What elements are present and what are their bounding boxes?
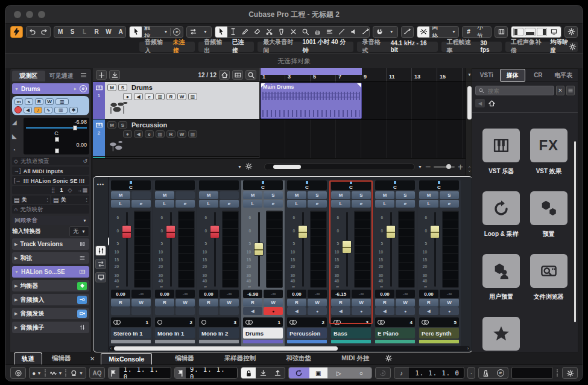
channel-name[interactable]: Stereo In 1: [111, 328, 151, 339]
erase-tool[interactable]: [251, 26, 264, 38]
read-automation-button[interactable]: R: [155, 299, 174, 307]
snap-toggle[interactable]: [417, 26, 429, 38]
edit-channel-button[interactable]: e: [264, 200, 283, 208]
edit-channel-button[interactable]: e: [145, 93, 154, 100]
lower-zone-tab[interactable]: 采样器控制: [217, 352, 264, 364]
punch-out-button[interactable]: [270, 367, 285, 379]
mixer-channel-strip[interactable]: C M S L e 6051015203040∞ 0.00 -∞ R W ◀ ●…: [285, 180, 329, 346]
import-track-button[interactable]: [109, 70, 120, 80]
read-automation-button[interactable]: R: [111, 299, 130, 307]
monitor-button[interactable]: ◀: [375, 307, 394, 315]
transport-setup-gear-icon[interactable]: [563, 367, 577, 379]
ramp-button[interactable]: ∿: [44, 107, 52, 113]
monitor-button[interactable]: ◀: [111, 307, 130, 315]
section-icon[interactable]: [77, 254, 87, 262]
volume-fader[interactable]: [163, 209, 178, 289]
listen-button[interactable]: L: [243, 200, 262, 208]
fx-icon[interactable]: FX: [530, 129, 567, 162]
auto-quantize-button[interactable]: AQ: [90, 367, 104, 379]
inspector-section[interactable]: ▶ 和弦: [12, 252, 89, 264]
mixer-channel-strip[interactable]: C M S L e 6051015203040∞ 0.00 -∞ R W ◀ ●…: [373, 180, 417, 346]
mute-button[interactable]: M: [419, 191, 438, 199]
lock-locators-button[interactable]: [241, 367, 256, 379]
mute-button[interactable]: M: [107, 121, 116, 129]
home-icon[interactable]: [488, 100, 496, 107]
show-faders-button[interactable]: [95, 246, 106, 256]
record-enable-button[interactable]: ●: [396, 307, 415, 315]
solo-button[interactable]: S: [118, 84, 127, 91]
solo-button[interactable]: S: [352, 191, 371, 199]
color-menu-button[interactable]: ▼: [385, 26, 397, 38]
left-zone-tab[interactable]: 轨道: [14, 352, 42, 365]
fader-cap[interactable]: [254, 243, 264, 256]
bank-select-b[interactable]: ▤关:: [51, 196, 89, 204]
left-locator-display[interactable]: 1. 1. 1. 0: [119, 367, 171, 379]
record-enable-button[interactable]: ●: [308, 307, 327, 315]
track-setup-gear-icon[interactable]: [245, 162, 253, 173]
pan-control[interactable]: C: [331, 180, 371, 190]
lower-zone-toggle[interactable]: [525, 28, 536, 36]
edit-channel-button[interactable]: e: [145, 130, 154, 138]
mixer-channel-strip[interactable]: C M S L e 6051015203040∞ -6.15 -∞ R W ◀ …: [329, 180, 373, 346]
primary-time-display[interactable]: 1. 1. 1. 0: [409, 367, 464, 379]
inspector-track-header[interactable]: ▼ Drums ▼ e: [12, 83, 89, 94]
input-routing-row[interactable]: →]All MIDI Inputs: [12, 167, 89, 175]
mixconsole-menu-icon[interactable]: •••: [97, 182, 104, 188]
split-tool[interactable]: [264, 26, 276, 38]
mixer-channel-strip[interactable]: M L e 6051015203040∞ 0.00 -∞ R W ◀ ● 2 M…: [153, 180, 197, 346]
media-rack-tab[interactable]: 电平表: [551, 69, 575, 81]
status-item[interactable]: 录音格式44.1 kHz - 16 bit: [357, 42, 438, 52]
pan-control[interactable]: [199, 180, 239, 190]
mixer-channel-strip[interactable]: M L e 6051015203040∞ 0.00 -∞ R W ◀ ● 3 M…: [197, 180, 241, 346]
fader-cap[interactable]: [386, 225, 396, 238]
monitor-button[interactable]: ◀: [243, 307, 262, 315]
color-tool[interactable]: [373, 26, 385, 38]
volume-fader[interactable]: [251, 209, 266, 289]
solo-button[interactable]: S: [118, 121, 127, 129]
track-row-percussion[interactable]: 2 M S Percussion ● ◀ e ▥ R: [93, 119, 259, 157]
track-name[interactable]: Percussion: [131, 121, 167, 129]
track-color-strip[interactable]: 1: [93, 82, 105, 119]
peak-readout[interactable]: -∞: [396, 290, 415, 298]
pan-control[interactable]: C: [287, 180, 327, 190]
lower-zone-tab[interactable]: 编辑器: [168, 352, 201, 364]
write-automation-button[interactable]: W: [440, 299, 459, 307]
media-tile[interactable]: VST 乐器: [482, 129, 520, 176]
metronome-button[interactable]: [479, 367, 493, 379]
cycle-button[interactable]: [289, 367, 309, 379]
write-automation-button[interactable]: W: [220, 299, 239, 307]
fader-cap[interactable]: [166, 225, 175, 238]
solo-button[interactable]: [175, 191, 195, 199]
inspector-section[interactable]: ▶ 音频发送: [12, 308, 89, 319]
redo-button[interactable]: [39, 26, 51, 38]
write-automation-button[interactable]: W: [396, 299, 415, 307]
punch-in-button[interactable]: [256, 367, 270, 379]
expand-arrow-icon[interactable]: ▶: [14, 284, 17, 288]
record-button[interactable]: ○: [350, 367, 372, 379]
quantize-button[interactable]: ♪: [34, 107, 42, 113]
delay-slider[interactable]: [26, 148, 87, 153]
edit-channel-settings-button[interactable]: e: [80, 85, 87, 92]
grid-type-select[interactable]: 小节: [475, 26, 491, 38]
toolbar-setup-gear-icon[interactable]: [565, 26, 577, 38]
write-automation-button[interactable]: W: [175, 299, 195, 307]
media-rack-tab[interactable]: VSTi: [475, 70, 499, 80]
write-automation-button[interactable]: W: [177, 130, 186, 138]
fader-cap[interactable]: [430, 225, 440, 238]
read-automation-button[interactable]: R: [331, 299, 350, 307]
monitor-button[interactable]: ◀: [287, 307, 306, 315]
lower-zone-tab[interactable]: MIDI 外挂: [334, 352, 376, 364]
listen-button[interactable]: L: [199, 200, 218, 208]
listen-button[interactable]: L: [111, 200, 130, 208]
media-tile[interactable]: FX VST 效果: [530, 129, 567, 176]
drum-map-icon[interactable]: →▦: [77, 187, 87, 193]
volume-readout[interactable]: 0.00: [419, 290, 438, 298]
snap-type-select[interactable]: 网格▼: [429, 26, 458, 38]
right-locator-display[interactable]: 9. 1. 1. 0: [186, 367, 237, 379]
section-icon[interactable]: [77, 310, 87, 318]
global-l-button[interactable]: L: [78, 26, 90, 38]
channel-routing[interactable]: 4: [375, 317, 415, 327]
lane-display-button[interactable]: ▥: [188, 130, 197, 138]
channel-name[interactable]: Drums: [243, 328, 283, 339]
track-visibility-home-button[interactable]: [219, 70, 230, 80]
